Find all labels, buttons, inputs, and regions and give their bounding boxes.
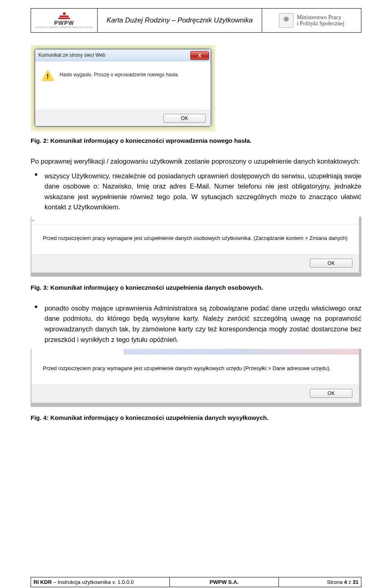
dialog-shipping-data: Przed rozpoczęciem pracy wymagane jest u… — [31, 349, 361, 407]
footer-page-number: Strona 4 z 31 — [278, 577, 361, 587]
figure-2-caption: Fig. 2: Komunikat informujący o konieczn… — [31, 137, 361, 144]
list-item: wszyscy Użytkownicy, niezależnie od posi… — [31, 171, 361, 213]
dialog-title: Komunikat ze strony sieci Web — [38, 52, 105, 58]
pwpw-logo-subtext: POLSKA WYTWÓRNIA PAPIERÓW WARTOŚCIOWYCH — [36, 26, 92, 29]
dialog-message: Hasło wygasło. Proszę o wprowadzenie now… — [60, 70, 179, 78]
dialog-message: Przed rozpoczęciem pracy wymagane jest u… — [31, 355, 359, 384]
figure-3-caption: Fig. 3: Komunikat informujący o konieczn… — [31, 284, 361, 291]
page-footer: RI KDR – Instrukcja użytkownika v. 1.0.0… — [31, 577, 361, 587]
ok-button[interactable]: OK — [310, 259, 352, 268]
document-title: Karta Dużej Rodziny – Podręcznik Użytkow… — [98, 9, 262, 33]
header-logo-ministry: Ministerstwo Pracy i Polityki Społecznej — [262, 9, 361, 33]
footer-doc-id: RI KDR – Instrukcja użytkownika v. 1.0.0… — [31, 577, 170, 587]
figure-2: Komunikat ze strony sieci Web X ! Hasło … — [31, 45, 361, 131]
intro-paragraph: Po poprawnej weryfikacji / zalogowaniu u… — [31, 156, 361, 167]
warning-icon: ! — [42, 70, 54, 82]
document-header: PWPW POLSKA WYTWÓRNIA PAPIERÓW WARTOŚCIO… — [31, 8, 361, 33]
dialog-personal-data: ‹ Przed rozpoczęciem pracy wymagane jest… — [31, 217, 361, 277]
header-logo-pwpw: PWPW POLSKA WYTWÓRNIA PAPIERÓW WARTOŚCIO… — [31, 9, 98, 33]
dialog-password-expired: Komunikat ze strony sieci Web X ! Hasło … — [35, 49, 211, 126]
ok-button[interactable]: OK — [310, 389, 352, 398]
footer-company: PWPW S.A. — [169, 577, 278, 587]
eagle-emblem-icon — [279, 13, 294, 28]
bullet-1-text: wszyscy Użytkownicy, niezależnie od posi… — [45, 171, 361, 213]
ok-button[interactable]: OK — [163, 114, 206, 123]
ministry-line2: i Polityki Społecznej — [297, 20, 345, 27]
figure-4-caption: Fig. 4: Komunikat informujący o konieczn… — [31, 414, 361, 421]
ministry-line1: Ministerstwo Pracy — [297, 14, 345, 20]
bullet-2-text: ponadto osoby mające uprawnienia Adminis… — [45, 303, 361, 345]
dialog-message: Przed rozpoczęciem pracy wymagane jest u… — [31, 224, 359, 254]
close-button[interactable]: X — [190, 51, 209, 60]
pwpw-logo-text: PWPW — [36, 20, 92, 26]
close-icon: X — [198, 53, 201, 58]
list-item: ponadto osoby mające uprawnienia Adminis… — [31, 303, 361, 345]
